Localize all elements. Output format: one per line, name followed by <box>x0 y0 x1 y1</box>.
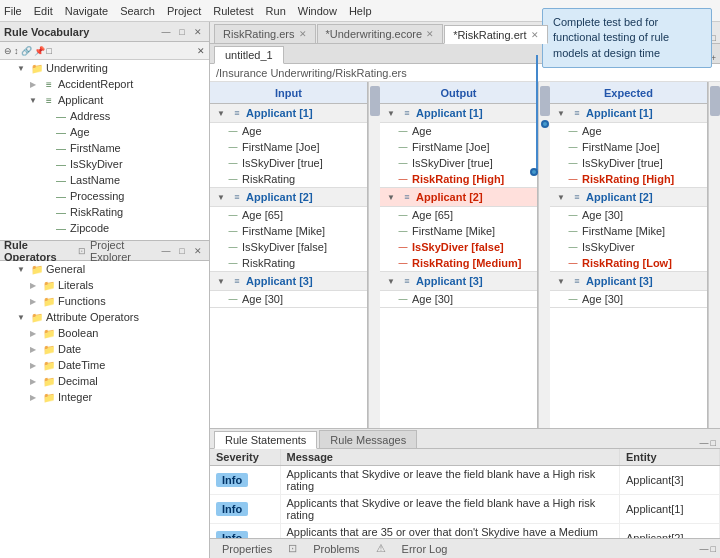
tree-item-zipcode[interactable]: — Zipcode <box>0 220 209 236</box>
tree-item-applicant[interactable]: ▼ ≡ Applicant <box>0 92 209 108</box>
col-message: Message <box>280 449 620 466</box>
input-age-2[interactable]: — Age [65] <box>210 207 367 223</box>
expected-applicant-1: ▼ ≡ Applicant [1] —Age —FirstName [Joe] … <box>550 104 707 188</box>
sort-icon[interactable]: ↕ <box>14 46 19 56</box>
properties-bar: Properties ⊡ Problems ⚠ Error Log — □ <box>210 538 720 558</box>
input-riskrating-1[interactable]: — RiskRating <box>210 171 367 187</box>
menu-navigate[interactable]: Navigate <box>65 5 108 17</box>
menu-search[interactable]: Search <box>120 5 155 17</box>
tree-item-isskydiver[interactable]: — IsSkyDiver <box>0 156 209 172</box>
tree-item-age[interactable]: — Age <box>0 124 209 140</box>
close-panel-icon[interactable]: ✕ <box>197 46 205 56</box>
message-row-1[interactable]: Info Applicants that Skydive or leave th… <box>210 466 720 495</box>
tab-error-log[interactable]: Error Log <box>394 542 456 556</box>
maximize-icon[interactable]: □ <box>175 25 189 39</box>
expected-applicant-2: ▼ ≡ Applicant [2] —Age [30] —FirstName [… <box>550 188 707 272</box>
op-minimize-icon[interactable]: — <box>159 244 173 258</box>
message-text-3: Applicants that are 35 or over that don'… <box>280 524 620 539</box>
menu-edit[interactable]: Edit <box>34 5 53 17</box>
output-applicant-3: ▼ ≡ Applicant [3] —Age [30] <box>380 272 537 308</box>
tree-item-functions[interactable]: ▶ 📁 Functions <box>0 293 209 309</box>
bottom-maximize-icon[interactable]: □ <box>711 438 716 448</box>
expected-content: ▼ ≡ Applicant [1] —Age —FirstName [Joe] … <box>550 104 707 428</box>
rule-operators-header: Rule Operators ⊡ Project Explorer — □ ✕ <box>0 241 209 261</box>
menu-ruletest[interactable]: Ruletest <box>213 5 253 17</box>
rule-vocabulary-title: Rule Vocabulary <box>4 26 89 38</box>
entity-3: Applicant[2] <box>620 524 720 539</box>
collapse-all-icon[interactable]: ⊖ <box>4 46 12 56</box>
menu-help[interactable]: Help <box>349 5 372 17</box>
tree-item-lastname[interactable]: — LastName <box>0 172 209 188</box>
minimize-icon[interactable]: — <box>159 25 173 39</box>
input-isskydiver-1[interactable]: — IsSkyDiver [true] <box>210 155 367 171</box>
props-minimize-icon[interactable]: — <box>700 544 709 554</box>
input-applicant-3: ▼ ≡ Applicant [3] — Age [30] <box>210 272 367 308</box>
tab-rule-messages[interactable]: Rule Messages <box>319 430 417 448</box>
tab-properties[interactable]: Properties <box>214 542 280 556</box>
input-applicant-2: ▼ ≡ Applicant [2] — Age [65] — <box>210 188 367 272</box>
input-firstname-1[interactable]: — FirstName [Joe] <box>210 139 367 155</box>
col-entity: Entity <box>620 449 720 466</box>
input-isskydiver-2[interactable]: — IsSkyDiver [false] <box>210 239 367 255</box>
tree-item-literals[interactable]: ▶ 📁 Literals <box>0 277 209 293</box>
content-tab-untitled[interactable]: untitled_1 <box>214 46 284 64</box>
menu-project[interactable]: Project <box>167 5 201 17</box>
tree-item-general[interactable]: ▼ 📁 General <box>0 261 209 277</box>
tab-close-icon-2[interactable]: ✕ <box>426 29 434 39</box>
run-indicator-dot <box>541 120 549 128</box>
tree-item-attribute-operators[interactable]: ▼ 📁 Attribute Operators <box>0 309 209 325</box>
project-explorer-title[interactable]: Project Explorer <box>90 239 159 263</box>
tab-rule-statements[interactable]: Rule Statements <box>214 431 317 449</box>
tab-underwriting-ecore[interactable]: *Underwriting.ecore ✕ <box>317 24 444 43</box>
input-scrollbar[interactable] <box>368 82 380 428</box>
input-riskrating-2[interactable]: — RiskRating <box>210 255 367 271</box>
expand-icon[interactable]: □ <box>47 46 52 56</box>
link-icon[interactable]: 🔗 <box>21 46 32 56</box>
entity-2: Applicant[1] <box>620 495 720 524</box>
severity-badge-2: Info <box>216 502 248 516</box>
tree-item-date[interactable]: ▶ 📁 Date <box>0 341 209 357</box>
tree-item-boolean[interactable]: ▶ 📁 Boolean <box>0 325 209 341</box>
rule-vocabulary-tree: ▼ 📁 Underwriting ▶ ≡ AccidentReport ▼ ≡ … <box>0 60 209 240</box>
tree-item-integer[interactable]: ▶ 📁 Integer <box>0 389 209 405</box>
expected-applicant-3: ▼ ≡ Applicant [3] —Age [30] <box>550 272 707 308</box>
input-section: Input ▼ ≡ Applicant [1] <box>210 82 368 428</box>
close-icon[interactable]: ✕ <box>191 25 205 39</box>
expected-scrollbar[interactable] <box>708 82 720 428</box>
bottom-tab-bar: Rule Statements Rule Messages — □ <box>210 429 720 449</box>
tree-item-riskrating[interactable]: — RiskRating <box>0 204 209 220</box>
message-row-3[interactable]: Info Applicants that are 35 or over that… <box>210 524 720 539</box>
input-header: Input <box>210 82 367 104</box>
message-text-2: Applicants that Skydive or leave the fie… <box>280 495 620 524</box>
pin-icon[interactable]: 📌 <box>34 46 45 56</box>
output-scrollbar[interactable] <box>538 82 550 428</box>
menu-run[interactable]: Run <box>266 5 286 17</box>
output-section: Output ▼ ≡ Applicant [1] —Age <box>380 82 538 428</box>
tree-item-accidentreport[interactable]: ▶ ≡ AccidentReport <box>0 76 209 92</box>
rule-operators-title: Rule Operators <box>4 239 74 263</box>
tab-close-icon-3[interactable]: ✕ <box>531 30 539 40</box>
tab-problems[interactable]: Problems <box>305 542 367 556</box>
op-close-icon[interactable]: ✕ <box>191 244 205 258</box>
props-maximize-icon[interactable]: □ <box>711 544 716 554</box>
tree-item-firstname[interactable]: — FirstName <box>0 140 209 156</box>
tree-item-decimal[interactable]: ▶ 📁 Decimal <box>0 373 209 389</box>
expected-section: Expected ▼ ≡ Applicant [1] —Age <box>550 82 708 428</box>
menu-file[interactable]: File <box>4 5 22 17</box>
tree-item-processing[interactable]: — Processing <box>0 188 209 204</box>
tab-riskrating-ers[interactable]: RiskRating.ers ✕ <box>214 24 316 43</box>
messages-content: Severity Message Entity Info Applicants … <box>210 449 720 538</box>
input-age-3[interactable]: — Age [30] <box>210 291 367 307</box>
input-age-1[interactable]: — Age <box>210 123 367 139</box>
input-firstname-2[interactable]: — FirstName [Mike] <box>210 223 367 239</box>
op-maximize-icon[interactable]: □ <box>175 244 189 258</box>
tree-item-address[interactable]: — Address <box>0 108 209 124</box>
bottom-minimize-icon[interactable]: — <box>700 438 709 448</box>
message-row-2[interactable]: Info Applicants that Skydive or leave th… <box>210 495 720 524</box>
menu-window[interactable]: Window <box>298 5 337 17</box>
tab-riskrating-ert[interactable]: *RiskRating.ert ✕ <box>444 25 547 44</box>
tree-item-datetime[interactable]: ▶ 📁 DateTime <box>0 357 209 373</box>
tab-close-icon[interactable]: ✕ <box>299 29 307 39</box>
tree-item-underwriting[interactable]: ▼ 📁 Underwriting <box>0 60 209 76</box>
bottom-area: Rule Statements Rule Messages — □ Se <box>210 428 720 558</box>
